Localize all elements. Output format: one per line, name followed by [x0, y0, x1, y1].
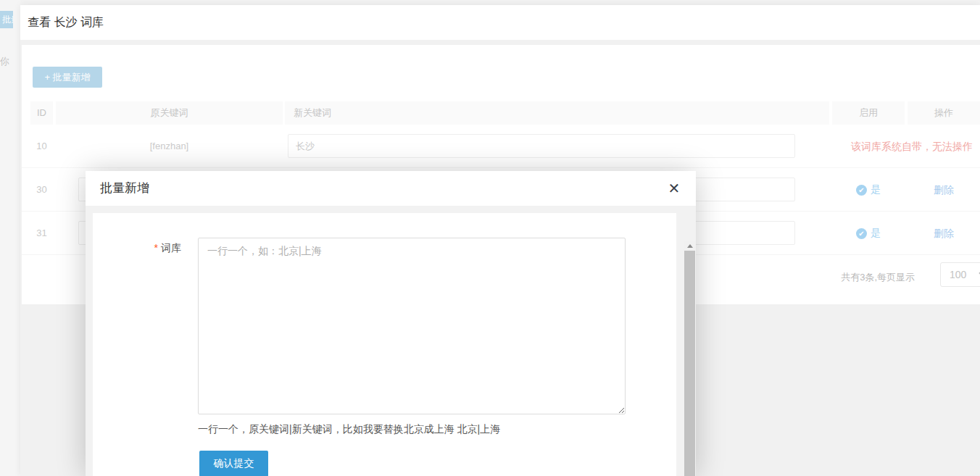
- scrollbar-thumb[interactable]: [684, 251, 695, 476]
- modal-header: 批量新增 ✕: [86, 171, 696, 206]
- enabled-toggle[interactable]: ✔ 是: [832, 212, 905, 255]
- field-label-text: 词库: [161, 242, 181, 254]
- new-keyword-input[interactable]: [288, 134, 795, 158]
- row-id: 31: [30, 212, 53, 255]
- table-row: 10 [fenzhan] 该词库系统自带，无法操作: [22, 125, 980, 168]
- wordlist-field-label: *词库: [93, 242, 181, 255]
- screen: 批量 你 查看 长沙 词库 + 批量新增 ID 原关键词 新关键词 启用 操作 …: [0, 0, 980, 476]
- check-circle-icon: ✔: [856, 185, 867, 196]
- page-title: 查看 长沙 词库: [28, 5, 104, 40]
- column-header-id: ID: [30, 101, 53, 125]
- page-size-value: 100: [950, 269, 974, 280]
- enabled-toggle[interactable]: ✔ 是: [832, 168, 905, 212]
- scroll-up-icon: [687, 244, 693, 248]
- check-circle-icon: ✔: [856, 228, 867, 239]
- batch-add-button[interactable]: + 批量新增: [33, 67, 102, 88]
- modal-scrollbar[interactable]: [684, 241, 696, 476]
- background-text-fragment: 你: [0, 55, 10, 68]
- batch-add-modal: 批量新增 ✕ *词库 一行一个，原关键词|新关键词，比如我要替换北京成上海 北京…: [86, 171, 696, 476]
- required-mark: *: [154, 242, 158, 254]
- action-cell: 删除: [908, 168, 980, 212]
- page-size-select[interactable]: 100: [940, 262, 980, 287]
- scroll-up-button[interactable]: [684, 241, 696, 251]
- panel-header: 查看 长沙 词库: [20, 5, 980, 40]
- background-page-fragment: 批量 你: [0, 0, 20, 476]
- row-id: 30: [30, 168, 53, 212]
- modal-title: 批量新增: [100, 171, 149, 206]
- form-hint: 一行一个，原关键词|新关键词，比如我要替换北京成上海 北京|上海: [198, 423, 500, 436]
- delete-link[interactable]: 删除: [934, 184, 954, 196]
- enabled-label: 是: [871, 183, 881, 196]
- column-header-action: 操作: [908, 101, 980, 125]
- action-cell: 删除: [908, 212, 980, 255]
- modal-body: *词库 一行一个，原关键词|新关键词，比如我要替换北京成上海 北京|上海 确认提…: [86, 206, 696, 476]
- delete-link[interactable]: 删除: [934, 227, 954, 239]
- orig-keyword-text: [fenzhan]: [56, 125, 283, 168]
- system-builtin-notice: 该词库系统自带，无法操作: [832, 125, 980, 168]
- column-header-new: 新关键词: [285, 101, 829, 125]
- close-icon[interactable]: ✕: [664, 178, 684, 199]
- row-id: 10: [30, 125, 53, 168]
- column-header-enabled: 启用: [832, 101, 905, 125]
- pagination-summary: 共有3条,每页显示: [841, 271, 915, 284]
- modal-form: *词库 一行一个，原关键词|新关键词，比如我要替换北京成上海 北京|上海 确认提…: [93, 213, 676, 476]
- background-batch-add-button[interactable]: 批量: [0, 11, 13, 28]
- confirm-submit-button[interactable]: 确认提交: [199, 451, 268, 476]
- table-header: ID 原关键词 新关键词 启用 操作: [22, 101, 980, 125]
- enabled-label: 是: [871, 227, 881, 240]
- column-header-orig: 原关键词: [56, 101, 283, 125]
- wordlist-textarea[interactable]: [198, 238, 626, 414]
